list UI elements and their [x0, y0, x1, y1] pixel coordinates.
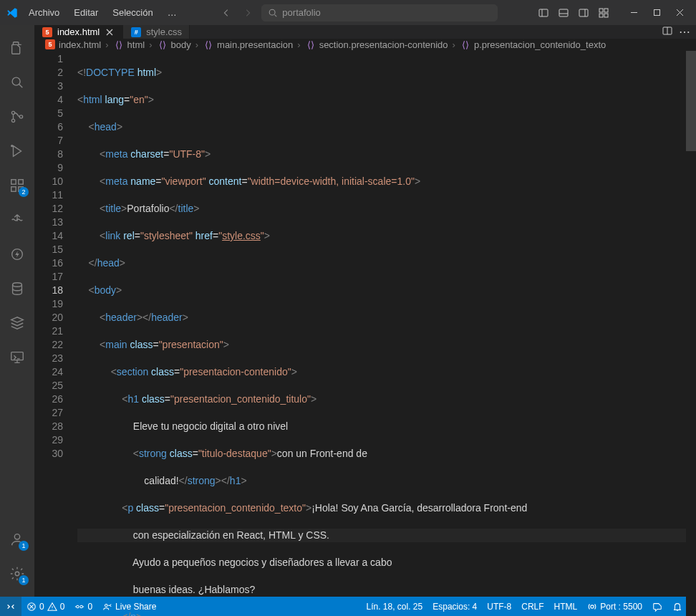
menu-seleccion[interactable]: Selección: [107, 4, 158, 21]
html-file-icon: 5: [42, 27, 53, 38]
svg-point-11: [11, 119, 14, 122]
layers-icon[interactable]: [0, 306, 34, 340]
menu-editar[interactable]: Editar: [68, 4, 104, 21]
settings-badge: 1: [19, 575, 29, 585]
explorer-icon[interactable]: [0, 31, 34, 65]
nav-back-button[interactable]: [218, 5, 234, 21]
svg-rect-15: [11, 187, 16, 191]
search-icon: [268, 8, 278, 18]
remote-explorer-icon[interactable]: [0, 340, 34, 375]
code-content[interactable]: <!DOCTYPE html> <html lang="en"> <head> …: [77, 51, 696, 616]
symbol-icon: ⟨⟩: [113, 39, 125, 50]
scrollbar-vertical[interactable]: [686, 51, 696, 616]
settings-icon[interactable]: 1: [0, 557, 34, 591]
menu-more[interactable]: …: [162, 4, 183, 21]
bc-main[interactable]: main.presentacion: [217, 39, 293, 50]
layout-panel-right-icon[interactable]: [574, 5, 593, 21]
tabs-bar: 5 index.html # style.css ⋯: [34, 25, 696, 39]
svg-point-10: [11, 111, 14, 114]
tab-label: style.css: [146, 27, 182, 37]
svg-rect-8: [654, 10, 659, 16]
title-bar: Archivo Editar Selección … portafolio: [0, 0, 696, 25]
svg-rect-3: [579, 9, 588, 16]
accounts-badge: 1: [19, 541, 29, 551]
bc-file[interactable]: index.html: [59, 39, 101, 50]
layout-panel-left-icon[interactable]: [534, 5, 553, 21]
svg-rect-5: [604, 9, 608, 12]
extensions-badge: 2: [19, 187, 29, 197]
breadcrumbs[interactable]: 5index.html › ⟨⟩html › ⟨⟩body › ⟨⟩main.p…: [34, 39, 696, 51]
layout-customize-icon[interactable]: [594, 5, 613, 21]
tab-style-css[interactable]: # style.css: [123, 25, 190, 39]
live-share-icon[interactable]: [0, 203, 34, 237]
svg-point-21: [14, 534, 19, 539]
svg-rect-7: [604, 14, 608, 17]
tab-index-html[interactable]: 5 index.html: [34, 25, 123, 39]
main-layout: 2 1 1 5 index.html # style.css ⋯: [0, 25, 696, 597]
chevron-right-icon: ›: [297, 39, 300, 50]
power-icon[interactable]: [0, 237, 34, 271]
command-center[interactable]: portafolio: [261, 4, 498, 21]
nav-forward-button[interactable]: [240, 5, 256, 21]
bc-section[interactable]: section.presentacion-contenido: [319, 39, 448, 50]
tab-label: index.html: [57, 27, 100, 37]
run-debug-icon[interactable]: [0, 134, 34, 168]
html-file-icon: 5: [44, 39, 56, 50]
svg-rect-17: [19, 180, 23, 184]
css-file-icon: #: [130, 27, 142, 38]
accounts-icon[interactable]: 1: [0, 522, 34, 557]
symbol-icon: ⟨⟩: [460, 39, 471, 50]
svg-point-9: [12, 77, 20, 85]
search-sidebar-icon[interactable]: [0, 65, 34, 100]
svg-point-0: [270, 9, 276, 15]
chevron-right-icon: ›: [195, 39, 198, 50]
menu-archivo[interactable]: Archivo: [23, 4, 65, 21]
close-icon[interactable]: [104, 27, 115, 38]
symbol-icon: ⟨⟩: [157, 39, 168, 50]
svg-point-13: [11, 145, 13, 147]
svg-rect-6: [599, 14, 603, 17]
split-editor-icon[interactable]: [662, 25, 673, 39]
svg-point-12: [19, 115, 22, 118]
bc-html[interactable]: html: [127, 39, 145, 50]
remote-button[interactable]: [0, 597, 21, 616]
scroll-thumb[interactable]: [686, 51, 696, 151]
svg-point-22: [15, 572, 19, 576]
bc-body[interactable]: body: [171, 39, 191, 50]
extensions-icon[interactable]: 2: [0, 168, 34, 203]
chevron-right-icon: ›: [105, 39, 108, 50]
symbol-icon: ⟨⟩: [305, 39, 316, 50]
search-text: portafolio: [282, 7, 320, 18]
editor-area: 5 index.html # style.css ⋯ 5index.html ›…: [34, 25, 696, 597]
more-actions-icon[interactable]: ⋯: [679, 25, 690, 39]
bc-p[interactable]: p.presentacion_contenido_texto: [474, 39, 606, 50]
line-numbers: 1234567891011121314151617181920212223242…: [34, 51, 77, 616]
symbol-icon: ⟨⟩: [203, 39, 214, 50]
code-editor[interactable]: 1234567891011121314151617181920212223242…: [34, 51, 696, 616]
svg-rect-14: [11, 180, 16, 184]
svg-point-19: [13, 283, 22, 287]
source-control-icon[interactable]: [0, 100, 34, 134]
svg-rect-4: [599, 9, 603, 12]
chevron-right-icon: ›: [453, 39, 455, 50]
svg-rect-2: [559, 9, 568, 16]
activity-bar: 2 1 1: [0, 25, 34, 597]
close-button[interactable]: [669, 5, 690, 21]
svg-rect-1: [539, 9, 548, 16]
vscode-logo-icon: [6, 6, 19, 19]
database-icon[interactable]: [0, 271, 34, 306]
maximize-button[interactable]: [646, 5, 667, 21]
chevron-right-icon: ›: [149, 39, 152, 50]
layout-panel-bottom-icon[interactable]: [554, 5, 573, 21]
minimize-button[interactable]: [623, 5, 644, 21]
